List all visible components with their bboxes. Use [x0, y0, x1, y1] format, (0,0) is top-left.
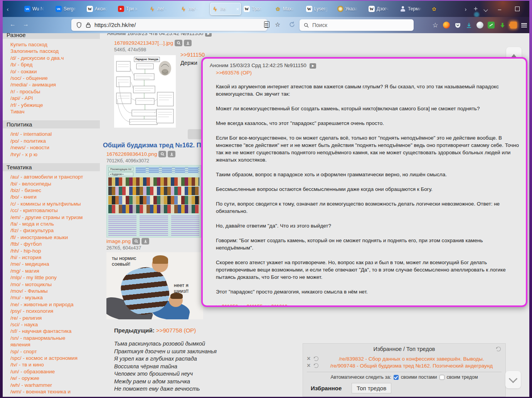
previous-thread-link[interactable]: >>907758 (ОР): [156, 327, 196, 334]
board-link[interactable]: /spc/ - космос и астрономия: [3, 355, 86, 361]
board-link[interactable]: /tv/ - тв и кино: [3, 361, 86, 368]
board-link[interactable]: Тивач: [3, 108, 86, 115]
browser-tab[interactable]: Lyserg: [305, 3, 335, 15]
board-link[interactable]: /w/ - оружие: [3, 375, 86, 381]
play-icon[interactable]: ▶: [310, 63, 316, 69]
board-link[interactable]: /sn/ - паранормальные явления: [3, 335, 86, 348]
board-link[interactable]: /re/ - религия: [3, 315, 86, 321]
board-link[interactable]: /au/ - автомобили и транспорт: [3, 174, 86, 180]
minimize-button[interactable]: –: [491, 1, 508, 17]
browser-tab[interactable]: [429, 3, 460, 15]
board-link[interactable]: /hh/ - hip-hop: [3, 248, 86, 254]
meme-photo-thumbnail[interactable]: ты нормис соевый! неет я шииз!!: [106, 252, 203, 319]
file-link[interactable]: image.png: [106, 238, 131, 244]
board-link[interactable]: /bo/ - книги: [3, 194, 86, 200]
buddhism-chart-thumbnail[interactable]: Рекомендации /re/ • Буддизм •: [106, 165, 201, 238]
browser-tab[interactable]: Терми: [398, 3, 428, 15]
back-button[interactable]: ←: [10, 21, 16, 28]
board-link[interactable]: /d/ - дискуссии о два.ч: [3, 55, 86, 61]
own-posts-checkbox[interactable]: [394, 375, 399, 380]
new-tab-button[interactable]: +: [471, 5, 481, 13]
board-link[interactable]: /sp/ - спорт: [3, 348, 86, 355]
file-link[interactable]: 167892924213437[...].jpg: [114, 40, 173, 46]
board-link[interactable]: Залогинить пасскод: [3, 48, 86, 54]
browser-tab[interactable]: Аксио: [85, 3, 115, 15]
scroll-to-bottom-button[interactable]: [505, 371, 521, 388]
refresh-all-icon[interactable]: [496, 347, 501, 351]
board-link[interactable]: /cc/ - криптовалюты: [3, 207, 86, 214]
tab-scroll-right-button[interactable]: ›: [461, 6, 471, 12]
board-link[interactable]: Купить пасскод: [3, 41, 86, 48]
reply-quote-link[interactable]: >>911150: [180, 52, 205, 58]
board-link[interactable]: /o/ - оэкаки: [3, 68, 86, 75]
tab-scroll-left-button[interactable]: ‹: [3, 6, 13, 12]
file-download-icon[interactable]: [168, 151, 175, 157]
favorite-thread-link[interactable]: /re/839832 - Сбор данных о конфессиях за…: [322, 356, 502, 362]
browser-tab[interactable]: Указа: [336, 3, 366, 15]
board-link[interactable]: /api/ - API: [3, 95, 86, 101]
browser-tab[interactable]: Wu N: [23, 3, 53, 15]
browser-tab[interactable]: /re/ -: [148, 3, 178, 15]
extensions-puzzle-icon[interactable]: [510, 22, 517, 29]
reader-view-icon[interactable]: [264, 21, 269, 28]
refresh-button[interactable]: [289, 21, 295, 29]
board-link[interactable]: /sci/ - наука: [3, 321, 86, 328]
board-link[interactable]: /em/ - другие страны и туризм: [3, 214, 86, 221]
refresh-favorite-icon[interactable]: [314, 356, 318, 361]
browser-tab-active[interactable]: /re/×: [210, 3, 241, 15]
board-link[interactable]: /soc/ - общение: [3, 75, 86, 81]
board-link[interactable]: /rf/ - убежище: [3, 102, 86, 108]
board-link[interactable]: /ftb/ - футбол: [3, 241, 86, 247]
board-link[interactable]: /wm/ - военная техника и оружие: [3, 388, 86, 397]
extension-green-icon[interactable]: [488, 22, 495, 29]
board-link[interactable]: /bi/ - велосипеды: [3, 180, 86, 187]
board-link[interactable]: /mov/ - Фильмы: [3, 288, 86, 294]
board-link[interactable]: /c/ - комиксы и мультфильмы: [3, 201, 86, 207]
close-window-button[interactable]: ×: [526, 1, 532, 17]
op-reply-link[interactable]: >>693576 (ОР): [216, 70, 252, 76]
file-search-icon[interactable]: [132, 238, 140, 245]
board-link[interactable]: /fiz/ - физкультура: [3, 227, 86, 234]
browser-tab[interactable]: Маха: [273, 3, 303, 15]
browser-tab[interactable]: /re/ -: [179, 3, 209, 15]
extension-sphere-icon[interactable]: [476, 22, 483, 29]
board-link[interactable]: /fa/ - мода и стиль: [3, 221, 86, 227]
refresh-favorite-icon[interactable]: [314, 363, 318, 368]
search-bar[interactable]: Поиск: [300, 19, 414, 31]
board-link[interactable]: /hry/ - х р ю: [3, 151, 86, 158]
board-link[interactable]: /un/ - образование: [3, 368, 86, 375]
firefox-account-icon[interactable]: [443, 22, 450, 29]
browser-tab[interactable]: Три ж: [116, 3, 146, 15]
forward-button[interactable]: →: [23, 21, 29, 28]
lock-icon[interactable]: [86, 22, 91, 28]
download-icon[interactable]: [465, 22, 472, 29]
tab-top-threads[interactable]: Топ тредов: [352, 383, 391, 393]
board-link[interactable]: /r/ - просьбы: [3, 88, 86, 95]
browser-tab[interactable]: Serge: [54, 3, 84, 15]
pocket-icon[interactable]: [454, 22, 461, 29]
board-link[interactable]: /media/ - анимация: [3, 81, 86, 88]
maximize-button[interactable]: [508, 1, 526, 17]
board-link[interactable]: /biz/ - бизнес: [3, 187, 86, 194]
board-link[interactable]: /me/ - медицина: [3, 261, 86, 267]
file-search-icon[interactable]: [158, 151, 166, 157]
menu-icon[interactable]: [521, 23, 527, 27]
favorite-thread-link[interactable]: /re/909748 - Общий буддизма тред №162. П…: [322, 363, 502, 369]
board-link[interactable]: /po/ - политика: [3, 138, 86, 144]
file-link[interactable]: 16762269836410.png: [106, 151, 157, 157]
board-link[interactable]: /mu/ - музыка: [3, 294, 86, 301]
board-link[interactable]: /mo/ - мотоциклы: [3, 281, 86, 288]
board-link[interactable]: /wh/ - warhammer: [3, 382, 86, 388]
board-link[interactable]: /fl/ - иностранные языки: [3, 234, 86, 241]
board-link[interactable]: /mlp/ - my little pony: [3, 274, 86, 281]
browser-tab[interactable]: Троп: [242, 3, 272, 15]
url-text[interactable]: https://2ch.hk/re/: [94, 22, 136, 28]
file-download-icon[interactable]: [141, 238, 149, 245]
browser-tab[interactable]: Дзогч: [367, 3, 397, 15]
reply-link[interactable]: >>911356: [216, 304, 238, 307]
shield-icon[interactable]: [76, 22, 82, 28]
play-icon[interactable]: ▶: [205, 33, 212, 37]
reply-link[interactable]: >>911210: [265, 304, 288, 307]
board-link[interactable]: /hi/ - история: [3, 254, 86, 261]
own-thread-checkbox[interactable]: [439, 375, 444, 380]
